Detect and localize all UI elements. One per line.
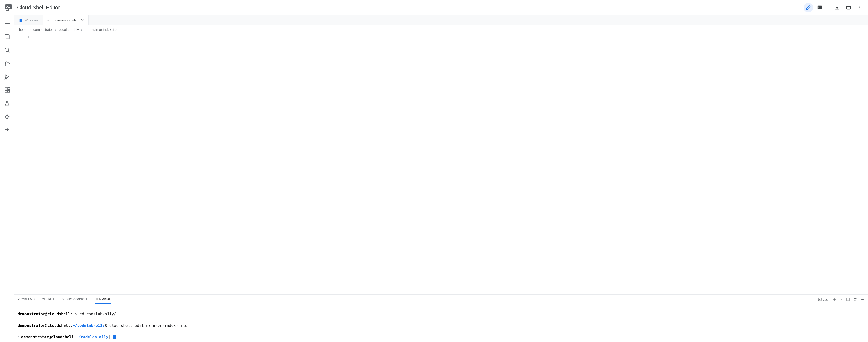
close-tab-icon[interactable] xyxy=(80,18,85,22)
svg-rect-20 xyxy=(5,90,7,92)
svg-rect-21 xyxy=(7,90,9,92)
term-path: ~/codelab-o11y xyxy=(72,323,105,329)
svg-rect-34 xyxy=(818,298,822,301)
term-userhost: demonstrator@cloudshell xyxy=(18,323,70,329)
panel-tab-debug[interactable]: DEBUG CONSOLE xyxy=(61,295,88,304)
svg-line-17 xyxy=(4,79,5,80)
topbar-divider xyxy=(828,4,829,11)
activity-bar xyxy=(0,15,14,342)
breadcrumb-segment[interactable]: demonstrator xyxy=(33,28,53,31)
split-terminal-button[interactable] xyxy=(846,297,850,301)
panel-tab-terminal[interactable]: TERMINAL xyxy=(95,295,111,304)
terminal-split-dropdown[interactable] xyxy=(840,298,843,301)
tab-welcome[interactable]: Welcome xyxy=(14,15,43,25)
ai-sparkle-icon[interactable] xyxy=(1,124,13,136)
term-path: ~/codelab-o11y xyxy=(76,334,108,340)
extensions-icon[interactable] xyxy=(1,84,13,96)
panel-tabs: PROBLEMS OUTPUT DEBUG CONSOLE TERMINAL b… xyxy=(14,294,868,304)
cloud-shell-logo xyxy=(5,3,13,12)
open-editor-button[interactable] xyxy=(804,3,813,12)
svg-rect-7 xyxy=(846,6,850,7)
more-options-button[interactable] xyxy=(855,3,865,12)
file-icon xyxy=(47,18,51,22)
run-debug-icon[interactable] xyxy=(1,71,13,82)
chevron-right-icon: › xyxy=(30,28,31,31)
svg-rect-2 xyxy=(817,6,822,9)
chevron-right-icon: › xyxy=(55,28,56,31)
source-control-icon[interactable] xyxy=(1,58,13,69)
svg-point-10 xyxy=(860,8,860,9)
svg-rect-19 xyxy=(5,88,7,90)
panel-more-actions-button[interactable] xyxy=(860,297,865,302)
svg-rect-22 xyxy=(8,87,10,90)
term-cmd: cd codelab-o11y/ xyxy=(77,311,116,317)
svg-point-9 xyxy=(860,7,860,8)
panel-tab-problems[interactable]: PROBLEMS xyxy=(18,295,35,304)
search-icon[interactable] xyxy=(1,44,13,56)
terminal-shell-selector[interactable]: bash xyxy=(818,297,830,301)
svg-point-14 xyxy=(5,64,6,65)
panel-tab-output[interactable]: OUTPUT xyxy=(42,295,55,304)
breadcrumb-segment[interactable]: codelab-o11y xyxy=(59,28,79,31)
editor-body: 1 xyxy=(14,34,868,294)
svg-point-42 xyxy=(864,299,864,300)
app-title: Cloud Shell Editor xyxy=(17,4,60,11)
welcome-tab-icon xyxy=(18,18,22,22)
svg-line-12 xyxy=(8,51,9,52)
term-userhost: demonstrator@cloudshell xyxy=(21,334,74,340)
svg-line-18 xyxy=(6,79,7,80)
svg-point-15 xyxy=(8,63,9,64)
code-textarea[interactable] xyxy=(33,34,864,294)
terminal-cursor xyxy=(113,335,116,339)
open-terminal-button[interactable] xyxy=(815,3,825,12)
kill-terminal-button[interactable] xyxy=(853,297,857,301)
tab-welcome-label: Welcome xyxy=(24,18,39,22)
explorer-icon[interactable] xyxy=(1,31,13,42)
term-userhost: demonstrator@cloudshell xyxy=(18,311,70,317)
term-cmd: cloudshell edit main-or-index-file xyxy=(107,323,187,329)
svg-rect-23 xyxy=(19,19,19,22)
svg-point-40 xyxy=(861,299,862,300)
terminal-output[interactable]: demonstrator@cloudshell:~$ cd codelab-o1… xyxy=(14,304,868,342)
dirty-indicator-icon xyxy=(18,336,19,338)
preview-button[interactable] xyxy=(832,3,842,12)
testing-icon[interactable] xyxy=(1,98,13,109)
line-number: 1 xyxy=(18,35,29,39)
menu-toggle-icon[interactable] xyxy=(1,18,13,29)
breadcrumb-segment[interactable]: home xyxy=(19,28,27,31)
bottom-panel: PROBLEMS OUTPUT DEBUG CONSOLE TERMINAL b… xyxy=(14,294,868,342)
line-gutter: 1 xyxy=(18,34,33,294)
svg-rect-24 xyxy=(20,19,22,20)
editor-tabstrip: Welcome main-or-index-file xyxy=(14,15,868,25)
svg-point-8 xyxy=(860,6,860,7)
new-terminal-button[interactable] xyxy=(833,297,837,301)
chevron-right-icon: › xyxy=(81,28,82,31)
svg-rect-25 xyxy=(20,20,22,22)
breadcrumb: home › demonstrator › codelab-o11y › mai… xyxy=(14,25,868,34)
open-in-new-window-button[interactable] xyxy=(844,3,853,12)
svg-point-41 xyxy=(862,299,863,300)
svg-point-5 xyxy=(837,7,838,8)
tab-active-file-label: main-or-index-file xyxy=(53,18,78,22)
svg-rect-0 xyxy=(5,4,12,9)
tab-active-file[interactable]: main-or-index-file xyxy=(43,15,89,25)
svg-point-11 xyxy=(5,48,8,52)
shell-name-label: bash xyxy=(823,298,830,301)
breadcrumb-file[interactable]: main-or-index-file xyxy=(91,28,117,31)
file-icon xyxy=(85,27,89,32)
svg-point-13 xyxy=(5,61,6,62)
apps-icon[interactable] xyxy=(1,111,13,122)
top-header: Cloud Shell Editor xyxy=(0,0,868,15)
